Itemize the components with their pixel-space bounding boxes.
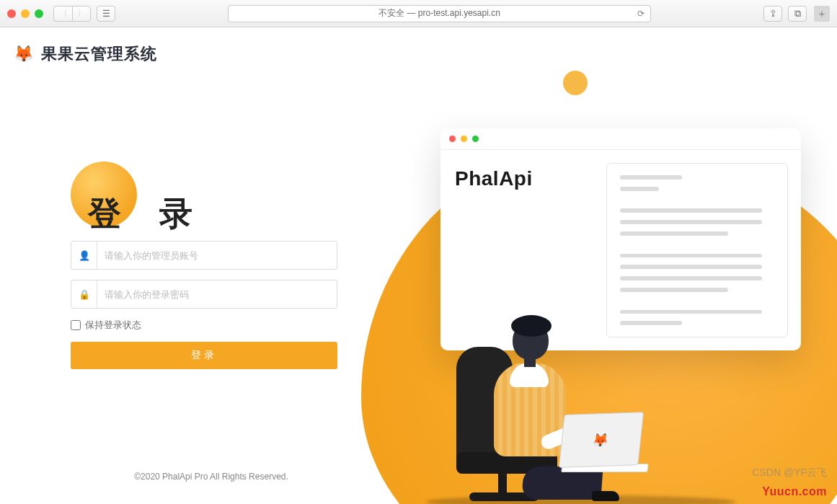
remember-me[interactable]: 保持登录状态 bbox=[71, 319, 337, 332]
login-form: 登 录 👤 🔒 保持登录状态 登录 ©2020 PhalApi Pro All … bbox=[71, 162, 337, 369]
illustration-person: 🦊 bbox=[453, 285, 641, 501]
username-field-wrap: 👤 bbox=[71, 241, 337, 270]
new-tab-button[interactable]: + bbox=[814, 6, 830, 22]
illustration-area: PhalApi bbox=[361, 27, 837, 504]
card-dot-green bbox=[472, 136, 479, 142]
watermark-csdn: CSDN @YF云飞 bbox=[752, 467, 827, 479]
forward-button[interactable]: 〉 bbox=[72, 6, 91, 22]
illustration-title: PhalApi bbox=[455, 167, 592, 190]
back-button[interactable]: 〈 bbox=[53, 6, 72, 22]
address-bar[interactable]: 不安全 — pro-test.api.yesapi.cn ⟳ bbox=[228, 5, 651, 22]
url-text: 不安全 — pro-test.api.yesapi.cn bbox=[378, 7, 500, 19]
tabs-button[interactable]: ⧉ bbox=[788, 6, 807, 22]
page-viewport: 🦊 果果云管理系统 登 录 👤 🔒 保持登录状态 登录 ©2020 PhalAp… bbox=[0, 27, 837, 504]
username-input[interactable] bbox=[97, 242, 337, 269]
brand-logo-icon: 🦊 bbox=[14, 45, 34, 63]
sidebar-toggle-button[interactable]: ☰ bbox=[97, 6, 115, 22]
lock-icon: 🔒 bbox=[71, 280, 97, 308]
browser-chrome: 〈 〉 ☰ 不安全 — pro-test.api.yesapi.cn ⟳ ⇪ ⧉… bbox=[0, 0, 837, 27]
brand-title: 果果云管理系统 bbox=[41, 43, 157, 65]
password-input[interactable] bbox=[97, 280, 337, 308]
card-titlebar bbox=[440, 128, 801, 150]
card-dot-yellow bbox=[461, 136, 467, 142]
close-window-icon[interactable] bbox=[7, 9, 16, 18]
login-button[interactable]: 登录 bbox=[71, 342, 337, 369]
maximize-window-icon[interactable] bbox=[35, 9, 43, 18]
user-icon: 👤 bbox=[71, 242, 97, 269]
nav-buttons: 〈 〉 bbox=[53, 6, 91, 22]
laptop-logo-icon: 🦊 bbox=[593, 432, 610, 448]
remember-label: 保持登录状态 bbox=[85, 319, 141, 332]
password-field-wrap: 🔒 bbox=[71, 280, 337, 309]
reload-icon[interactable]: ⟳ bbox=[637, 9, 645, 19]
copyright-text: ©2020 PhalApi Pro All Rights Reserved. bbox=[99, 472, 323, 482]
minimize-window-icon[interactable] bbox=[21, 9, 30, 18]
window-controls bbox=[7, 9, 43, 18]
share-button[interactable]: ⇪ bbox=[763, 6, 782, 22]
watermark-site: Yuucn.com bbox=[762, 485, 827, 498]
brand-header: 🦊 果果云管理系统 bbox=[14, 43, 157, 65]
card-dot-red bbox=[449, 136, 456, 142]
login-heading: 登 录 bbox=[88, 192, 207, 236]
remember-checkbox[interactable] bbox=[71, 320, 81, 330]
accent-dot bbox=[563, 71, 588, 95]
